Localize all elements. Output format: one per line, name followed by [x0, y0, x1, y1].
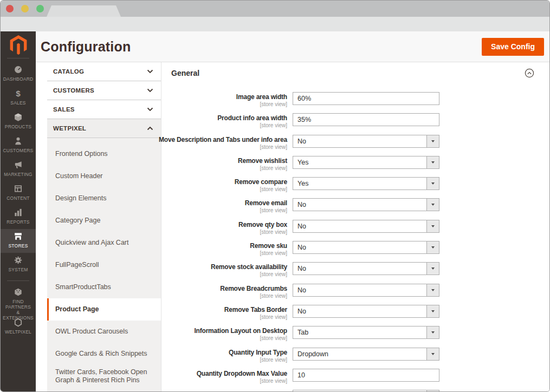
dropdown-arrow-icon[interactable]: [426, 135, 439, 147]
select-remove-breadcrumbs[interactable]: No: [293, 284, 439, 297]
app-sidebar: DASHBOARD $ SALES PRODUCTS CUSTOMERS MAR…: [1, 31, 36, 392]
field-label: Remove email: [171, 199, 287, 207]
magento-logo[interactable]: [1, 36, 36, 54]
dropdown-arrow-icon[interactable]: [426, 156, 439, 168]
form-row: Product info area width [store view]: [171, 113, 534, 126]
select-value: No: [293, 135, 426, 147]
form-row: Remove email [store view] No: [171, 198, 534, 211]
select-value: Tab: [293, 326, 426, 338]
section-title: General: [171, 69, 199, 77]
config-nav-item-custom-header[interactable]: Custom Header: [47, 165, 161, 187]
dropdown-arrow-icon[interactable]: [426, 263, 439, 275]
sidebar-item-sales[interactable]: $ SALES: [1, 86, 36, 110]
config-nav-item-quickview-and-ajax-cart[interactable]: Quickview and Ajax Cart: [47, 232, 161, 254]
dropdown-arrow-icon[interactable]: [426, 241, 439, 253]
chevron-up-circle-icon[interactable]: [525, 68, 534, 78]
select-remove-qty-box[interactable]: No: [293, 220, 439, 233]
select-quantity-input-type[interactable]: Dropdown: [293, 348, 439, 361]
config-nav-item-smartproducttabs[interactable]: SmartProductTabs: [47, 276, 161, 298]
field-label: Remove compare: [171, 178, 287, 186]
select-remove-stock-availability[interactable]: No: [293, 262, 439, 275]
config-nav-sections: CATALOG CUSTOMERS SALES WETPIXEL: [47, 62, 161, 138]
field-label: Remove Breadcrumbs: [171, 285, 287, 292]
form-row: Quantity Dropdown Max Value [store view]: [171, 369, 534, 382]
form-row: Remove compare [store view] Yes: [171, 177, 534, 190]
form-row: Remove Breadcrumbs [store view] No: [171, 284, 534, 297]
minimize-button[interactable]: [21, 5, 29, 12]
field-label: Quantity Input Type: [171, 349, 287, 356]
sidebar-item-content[interactable]: CONTENT: [1, 181, 36, 205]
config-nav-item-twitter-cards-facebook-open-graph-pinterest-rich-pins[interactable]: Twitter Cards, Facebook Open Graph & Pin…: [47, 365, 161, 387]
select-value: No: [293, 263, 426, 275]
extensions-icon: [13, 287, 23, 297]
field-label: Product info area width: [171, 114, 287, 122]
field-scope: [store view]: [171, 186, 287, 193]
config-nav-section-wetpixel[interactable]: WETPIXEL: [47, 119, 161, 138]
browser-toolbar: [1, 17, 549, 31]
config-nav-section-customers[interactable]: CUSTOMERS: [47, 81, 161, 100]
browser-tab[interactable]: [47, 5, 121, 17]
config-content: General Image area width [store view] Pr: [161, 62, 549, 392]
field-label: Quantity Dropdown Max Value: [171, 370, 287, 377]
browser-window: DASHBOARD $ SALES PRODUCTS CUSTOMERS MAR…: [0, 0, 550, 392]
config-nav-item-fullpagescroll[interactable]: FullPageScroll: [47, 254, 161, 276]
sidebar-item-customers[interactable]: CUSTOMERS: [1, 134, 36, 158]
field-scope: [store view]: [171, 165, 287, 172]
dropdown-arrow-icon[interactable]: [426, 178, 439, 190]
config-nav-item-owl-product-carousels[interactable]: OWL Product Carousels: [47, 321, 161, 343]
sidebar-item-marketing[interactable]: MARKETING: [1, 158, 36, 181]
content-icon: [13, 184, 23, 194]
config-nav-section-catalog[interactable]: CATALOG: [47, 62, 161, 81]
input-quantity-dropdown-max-value[interactable]: [293, 369, 439, 382]
input-image-area-width[interactable]: [293, 92, 439, 105]
field-label: Remove sku: [171, 242, 287, 250]
field-scope: [store view]: [171, 292, 287, 299]
section-header: General: [171, 67, 534, 80]
form-row: Move Description and Tabs under info are…: [171, 135, 534, 148]
config-nav-section-sales[interactable]: SALES: [47, 100, 161, 119]
dropdown-arrow-icon[interactable]: [426, 220, 439, 232]
sidebar-item-stores[interactable]: STORES: [1, 229, 36, 253]
select-move-description-and-tabs-under-info-area[interactable]: No: [293, 135, 439, 148]
sidebar-item-products[interactable]: PRODUCTS: [1, 110, 36, 134]
select-information-layout-on-desktop[interactable]: Tab: [293, 326, 439, 339]
select-remove-tabs-border[interactable]: No: [293, 305, 439, 318]
select-remove-sku[interactable]: No: [293, 241, 439, 254]
app-sidebar-nav: DASHBOARD $ SALES PRODUCTS CUSTOMERS MAR…: [1, 62, 36, 339]
reports-icon: [13, 207, 23, 218]
field-label: Information Layout on Desktop: [171, 327, 287, 335]
dropdown-arrow-icon[interactable]: [426, 284, 439, 296]
dropdown-arrow-icon[interactable]: [426, 199, 439, 211]
form-row: Remove wishlist [store view] Yes: [171, 156, 534, 169]
field-scope: [store view]: [171, 207, 287, 214]
sidebar-item-dashboard[interactable]: DASHBOARD: [1, 62, 36, 86]
dropdown-arrow-icon[interactable]: [426, 326, 439, 338]
select-remove-wishlist[interactable]: Yes: [293, 156, 439, 169]
dropdown-arrow-icon[interactable]: [426, 348, 439, 360]
sales-icon: $: [13, 88, 23, 99]
save-config-button[interactable]: Save Config: [482, 38, 544, 56]
config-nav-items: Frontend Options Custom Header Design El…: [47, 138, 161, 392]
config-nav-item-product-page[interactable]: Product Page: [47, 298, 161, 321]
close-button[interactable]: [6, 5, 14, 12]
form-row: Remove Tabs Border [store view] No: [171, 305, 534, 318]
input-product-info-area-width[interactable]: [293, 113, 439, 126]
zoom-button[interactable]: [36, 5, 44, 12]
sidebar-item-system[interactable]: SYSTEM: [1, 253, 36, 277]
marketing-icon: [13, 160, 23, 170]
sidebar-item-reports[interactable]: REPORTS: [1, 205, 36, 229]
select-blank[interactable]: [293, 390, 439, 392]
config-nav-item-frontend-options[interactable]: Frontend Options: [47, 143, 161, 165]
config-nav-item-design-elements[interactable]: Design Elements: [47, 187, 161, 210]
field-scope: [store view]: [171, 313, 287, 321]
select-remove-compare[interactable]: Yes: [293, 177, 439, 190]
config-nav-item-category-page[interactable]: Category Page: [47, 210, 161, 232]
form-row: Remove qty box [store view] No: [171, 220, 534, 233]
select-remove-email[interactable]: No: [293, 198, 439, 211]
field-scope: [store view]: [171, 271, 287, 278]
config-nav-item-google-cards-rich-snippets[interactable]: Google Cards & Rich Snippets: [47, 343, 161, 365]
dropdown-arrow-icon[interactable]: [426, 305, 439, 317]
config-nav: CATALOG CUSTOMERS SALES WETPIXEL: [36, 62, 161, 392]
customers-icon: [13, 136, 23, 146]
sidebar-item-find-partners-extensions[interactable]: FIND PARTNERS & EXTENSIONS: [1, 285, 36, 315]
